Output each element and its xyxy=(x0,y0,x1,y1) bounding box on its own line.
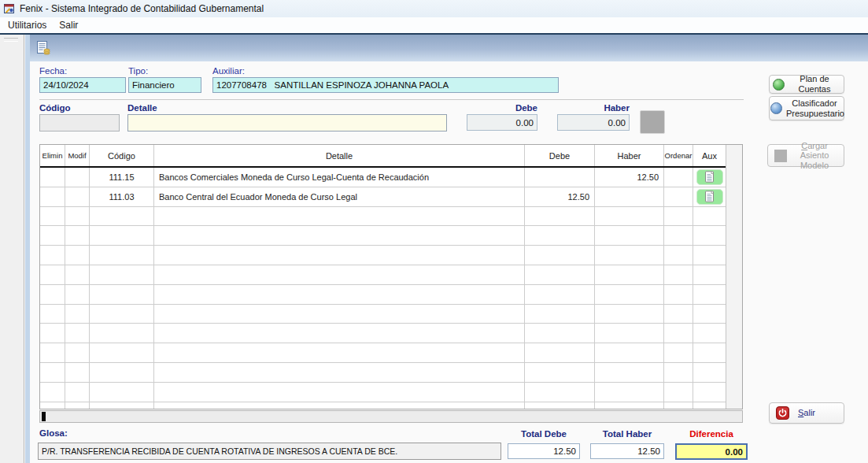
total-haber-field[interactable] xyxy=(590,443,664,459)
cell-debe[interactable] xyxy=(525,285,595,304)
cell-elimin[interactable] xyxy=(40,363,65,382)
cell-ordenar[interactable] xyxy=(664,246,693,265)
ledger-document-icon-button[interactable] xyxy=(33,38,54,58)
total-debe-field[interactable] xyxy=(508,443,580,459)
cell-haber[interactable] xyxy=(595,305,664,324)
col-header-haber[interactable]: Haber xyxy=(595,145,664,166)
panel-grip[interactable] xyxy=(4,38,18,42)
cell-codigo[interactable] xyxy=(90,383,154,402)
col-header-codigo[interactable]: Código xyxy=(90,145,154,166)
table-row[interactable] xyxy=(40,285,726,305)
cell-modif[interactable] xyxy=(65,187,90,206)
cell-detalle[interactable] xyxy=(154,383,525,402)
cell-debe[interactable] xyxy=(525,324,595,343)
table-row[interactable]: 111.03Banco Central del Ecuador Moneda d… xyxy=(40,187,726,207)
scrollbar-thumb[interactable] xyxy=(42,412,46,421)
left-collapsed-panel[interactable] xyxy=(0,35,24,463)
col-header-modif[interactable]: Modif xyxy=(65,145,90,166)
cell-detalle[interactable] xyxy=(154,285,525,304)
cell-debe[interactable] xyxy=(525,207,595,226)
cell-debe[interactable] xyxy=(525,168,595,187)
aux-button[interactable] xyxy=(696,169,723,185)
cell-elimin[interactable] xyxy=(40,226,65,245)
cell-elimin[interactable] xyxy=(40,265,65,284)
cell-detalle[interactable] xyxy=(154,402,525,409)
tipo-input[interactable] xyxy=(128,77,201,93)
cell-haber[interactable] xyxy=(595,207,664,226)
cell-detalle[interactable] xyxy=(154,226,525,245)
cell-ordenar[interactable] xyxy=(664,226,693,245)
cell-modif[interactable] xyxy=(65,305,90,324)
cell-codigo[interactable] xyxy=(90,363,154,382)
col-header-elimin[interactable]: Elimin xyxy=(40,145,65,166)
cell-ordenar[interactable] xyxy=(664,168,693,187)
cell-modif[interactable] xyxy=(65,285,90,304)
cell-modif[interactable] xyxy=(65,324,90,343)
cell-detalle[interactable] xyxy=(154,324,525,343)
table-row[interactable] xyxy=(40,343,726,363)
cell-debe[interactable] xyxy=(525,363,595,382)
col-header-aux[interactable]: Aux xyxy=(693,145,726,166)
table-row[interactable] xyxy=(40,226,726,246)
cargar-asiento-modelo-button[interactable]: Cargar Asiento Modelo xyxy=(767,144,844,167)
cell-codigo[interactable] xyxy=(90,324,154,343)
cell-detalle[interactable] xyxy=(154,343,525,362)
cell-elimin[interactable] xyxy=(40,343,65,362)
cell-haber[interactable] xyxy=(595,402,664,409)
cell-elimin[interactable] xyxy=(40,207,65,226)
cell-debe[interactable] xyxy=(525,265,595,284)
cell-elimin[interactable] xyxy=(40,402,65,409)
table-row[interactable] xyxy=(40,363,726,383)
haber-input[interactable] xyxy=(557,114,630,131)
cell-modif[interactable] xyxy=(65,343,90,362)
cell-ordenar[interactable] xyxy=(664,305,693,324)
grid-vertical-scrollbar[interactable] xyxy=(726,145,742,409)
cell-haber[interactable] xyxy=(595,246,664,265)
fecha-input[interactable] xyxy=(39,77,126,93)
cell-elimin[interactable] xyxy=(40,246,65,265)
cell-ordenar[interactable] xyxy=(664,285,693,304)
cell-ordenar[interactable] xyxy=(664,207,693,226)
cell-debe[interactable] xyxy=(525,226,595,245)
table-row[interactable]: 111.15Bancos Comerciales Moneda de Curso… xyxy=(40,168,726,187)
cell-ordenar[interactable] xyxy=(664,402,693,409)
col-header-detalle[interactable]: Detalle xyxy=(154,145,525,166)
cell-modif[interactable] xyxy=(65,363,90,382)
cell-haber[interactable] xyxy=(595,265,664,284)
cell-ordenar[interactable] xyxy=(664,324,693,343)
cell-detalle[interactable]: Banco Central del Ecuador Moneda de Curs… xyxy=(154,187,525,206)
aux-button[interactable] xyxy=(696,189,723,205)
cell-modif[interactable] xyxy=(65,402,90,409)
table-row[interactable] xyxy=(40,305,726,324)
cell-elimin[interactable] xyxy=(40,383,65,402)
menu-utilitarios[interactable]: Utilitarios xyxy=(2,18,53,32)
cell-elimin[interactable] xyxy=(40,285,65,304)
cell-ordenar[interactable] xyxy=(664,383,693,402)
col-header-ordenar[interactable]: Ordenar xyxy=(664,145,693,166)
cell-ordenar[interactable] xyxy=(664,265,693,284)
cell-haber[interactable] xyxy=(595,226,664,245)
cell-codigo[interactable] xyxy=(90,265,154,284)
cell-debe[interactable] xyxy=(525,246,595,265)
table-row[interactable] xyxy=(40,383,726,402)
cell-modif[interactable] xyxy=(65,265,90,284)
cell-haber[interactable] xyxy=(595,324,664,343)
cell-detalle[interactable]: Bancos Comerciales Moneda de Curso Legal… xyxy=(154,168,525,187)
cell-modif[interactable] xyxy=(65,168,90,187)
cell-codigo[interactable]: 111.03 xyxy=(90,187,154,206)
cell-haber[interactable] xyxy=(595,383,664,402)
cell-codigo[interactable] xyxy=(90,305,154,324)
cell-codigo[interactable] xyxy=(90,285,154,304)
cell-debe[interactable] xyxy=(525,343,595,362)
cell-detalle[interactable] xyxy=(154,363,525,382)
cell-debe[interactable] xyxy=(525,402,595,409)
cell-codigo[interactable] xyxy=(90,246,154,265)
gray-action-button[interactable] xyxy=(640,110,665,134)
cell-elimin[interactable] xyxy=(40,324,65,343)
cell-detalle[interactable] xyxy=(154,246,525,265)
cell-modif[interactable] xyxy=(65,246,90,265)
cell-haber[interactable] xyxy=(595,343,664,362)
plan-de-cuentas-button[interactable]: Plan de Cuentas xyxy=(769,75,844,94)
cell-haber[interactable] xyxy=(595,187,664,206)
salir-button[interactable]: Salir xyxy=(769,402,844,424)
